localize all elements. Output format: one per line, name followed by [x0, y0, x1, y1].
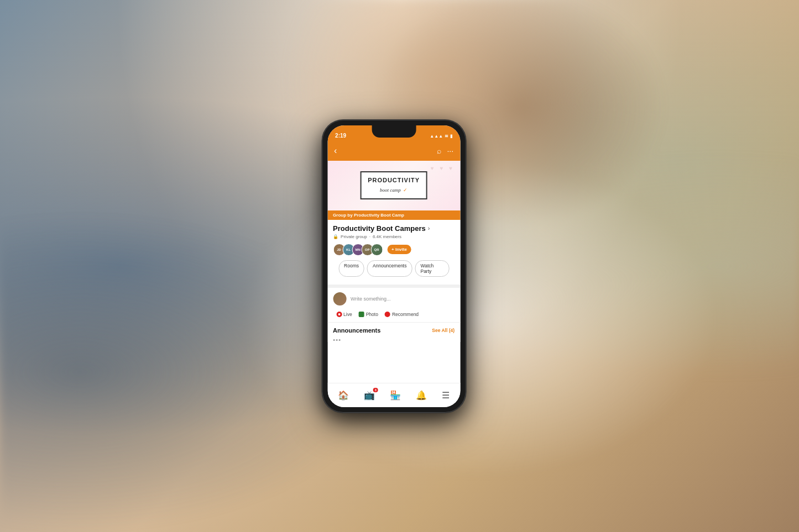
group-name[interactable]: Productivity Boot Campers [333, 224, 426, 233]
announcements-header: Announcements See All (4) [333, 327, 455, 334]
phone-frame: 2:19 ▲▲▲ ≋ ▮ ‹ ⌕ ··· PRODUCTIVITY [322, 120, 466, 413]
phone-notch [372, 125, 416, 138]
group-meta: 🔒 Private group · 6.4K members [333, 234, 455, 239]
tabs-row: Rooms Announcements Watch Party [333, 260, 455, 281]
notifications-icon: 🔔 [416, 390, 427, 401]
group-by-brand[interactable]: Productivity Boot Camp [354, 213, 404, 218]
phone-screen: 2:19 ▲▲▲ ≋ ▮ ‹ ⌕ ··· PRODUCTIVITY [327, 125, 460, 407]
recommend-icon [385, 312, 390, 317]
wifi-icon: ≋ [445, 134, 448, 139]
home-icon: 🏠 [338, 390, 349, 401]
group-info: Productivity Boot Campers › 🔒 Private gr… [327, 220, 460, 285]
menu-icon: ☰ [442, 390, 450, 401]
members-row: JD KL MN OP QR + Invite [333, 244, 455, 256]
group-name-row: Productivity Boot Campers › [333, 224, 455, 233]
watch-badge: 3 [373, 388, 378, 392]
more-options-icon[interactable]: ··· [447, 146, 453, 155]
nav-menu[interactable]: ☰ [442, 390, 450, 401]
tab-watch-party[interactable]: Watch Party [415, 260, 449, 277]
group-by-prefix: Group by [333, 213, 354, 218]
nav-bar: ‹ ⌕ ··· [327, 141, 460, 161]
action-row: Live Photo Recommend [327, 310, 460, 323]
group-privacy: Private group [341, 234, 367, 239]
cover-image: PRODUCTIVITY boot camp ✓ [327, 161, 460, 210]
write-area: Write something... [327, 288, 460, 310]
group-logo: PRODUCTIVITY boot camp ✓ [360, 171, 427, 199]
dot-2 [336, 339, 337, 341]
group-arrow-icon: › [428, 225, 430, 231]
search-icon[interactable]: ⌕ [437, 146, 441, 155]
user-avatar [333, 292, 346, 305]
invite-button[interactable]: + Invite [387, 245, 411, 254]
nav-notifications[interactable]: 🔔 [416, 390, 427, 401]
back-button[interactable]: ‹ [334, 146, 337, 156]
phone-mockup: 2:19 ▲▲▲ ≋ ▮ ‹ ⌕ ··· PRODUCTIVITY [322, 120, 466, 413]
nav-watch[interactable]: 📺 3 [364, 390, 375, 401]
announcements-title: Announcements [333, 327, 380, 334]
logo-sub-text: boot camp ✓ [368, 184, 420, 194]
write-input[interactable]: Write something... [351, 296, 390, 302]
recommend-button[interactable]: Recommend [382, 310, 422, 319]
photo-icon [359, 312, 364, 317]
live-button[interactable]: Live [333, 310, 356, 319]
group-by-banner: Group by Productivity Boot Camp [327, 210, 460, 220]
announcements-section: Announcements See All (4) [327, 323, 460, 338]
status-icons: ▲▲▲ ≋ ▮ [430, 134, 452, 139]
marketplace-icon: 🏪 [390, 390, 401, 401]
dot-1 [333, 339, 335, 341]
battery-icon: ▮ [450, 134, 452, 139]
tab-rooms[interactable]: Rooms [338, 260, 364, 277]
nav-marketplace[interactable]: 🏪 [390, 390, 401, 401]
lock-icon: 🔒 [333, 234, 338, 239]
nav-actions: ⌕ ··· [437, 146, 453, 155]
avatar-5: QR [370, 244, 383, 256]
avatar-stack: JD KL MN OP QR [333, 244, 383, 256]
group-dot-separator: · [369, 234, 370, 239]
bottom-nav: 🏠 📺 3 🏪 🔔 ☰ [327, 383, 460, 407]
logo-main-text: PRODUCTIVITY [368, 177, 420, 183]
tab-announcements[interactable]: Announcements [367, 260, 412, 277]
nav-home[interactable]: 🏠 [338, 390, 349, 401]
see-all-button[interactable]: See All (4) [432, 328, 455, 333]
group-members: 6.4K members [373, 234, 401, 239]
logo-check: ✓ [403, 187, 408, 193]
photo-button[interactable]: Photo [356, 310, 382, 319]
live-icon [336, 312, 342, 317]
dot-3 [338, 339, 340, 341]
status-time: 2:19 [335, 133, 346, 139]
options-dots[interactable] [327, 338, 460, 342]
signal-icon: ▲▲▲ [430, 134, 443, 139]
